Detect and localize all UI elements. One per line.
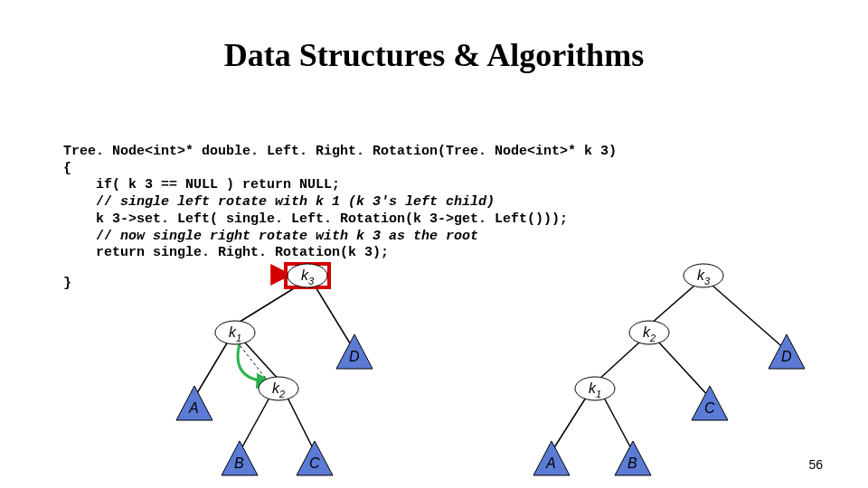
svg-line-5 (288, 398, 315, 452)
node-k3-left (288, 264, 327, 287)
svg-text:A: A (188, 400, 199, 416)
code-line: { (63, 161, 71, 176)
svg-text:k2: k2 (643, 324, 656, 343)
subtree-triangle (692, 386, 728, 420)
subtree-triangle (176, 386, 212, 420)
svg-text:k3: k3 (301, 267, 315, 286)
svg-line-7 (237, 342, 269, 383)
svg-line-2 (194, 342, 228, 398)
code-block: Tree. Node<int>* double. Left. Right. Ro… (63, 127, 617, 262)
svg-text:D: D (349, 349, 360, 364)
svg-line-15 (651, 286, 694, 324)
subtree-triangle (222, 441, 258, 475)
code-line: // single left rotate with k 1 (k 3's le… (63, 194, 495, 210)
svg-line-1 (315, 286, 354, 351)
svg-text:B: B (627, 455, 637, 471)
code-closing-brace: } (63, 276, 71, 293)
code-line: if( k 3 == NULL ) return NULL; (63, 177, 340, 192)
svg-line-20 (604, 398, 633, 452)
svg-text:D: D (781, 349, 792, 364)
code-line: // now single right rotate with k 3 as t… (63, 229, 478, 244)
svg-line-18 (658, 342, 710, 398)
code-line: return single. Right. Rotation(k 3); (63, 245, 389, 260)
page-number: 56 (808, 457, 823, 472)
svg-line-0 (237, 286, 298, 324)
svg-text:C: C (309, 455, 320, 471)
code-line: Tree. Node<int>* double. Left. Right. Ro… (63, 144, 617, 159)
svg-line-3 (244, 342, 280, 381)
slide-title: Data Structures & Algorithms (0, 36, 868, 74)
subtree-triangle (533, 441, 570, 475)
svg-text:k2: k2 (272, 380, 285, 399)
subtree-triangle (615, 441, 651, 475)
subtree-triangle (336, 334, 373, 369)
svg-text:B: B (234, 455, 244, 471)
code-line: k 3->set. Left( single. Left. Rotation(k… (63, 211, 568, 227)
rotation-arrow-icon (238, 343, 268, 381)
svg-text:C: C (704, 400, 715, 416)
node-k1-left (215, 321, 255, 344)
svg-line-4 (240, 398, 269, 452)
svg-line-17 (597, 342, 640, 381)
node-k1-right (575, 377, 615, 400)
node-k3-right (684, 264, 723, 287)
rotation-box-icon (286, 264, 329, 287)
node-k2-left (259, 377, 298, 400)
svg-text:k3: k3 (697, 267, 711, 286)
svg-text:k1: k1 (229, 324, 241, 343)
svg-text:A: A (545, 455, 556, 471)
subtree-triangle (769, 334, 805, 369)
node-k2-right (629, 321, 669, 344)
svg-line-16 (712, 286, 787, 351)
subtree-triangle (297, 441, 333, 475)
svg-line-19 (552, 398, 586, 452)
svg-text:k1: k1 (589, 380, 601, 399)
